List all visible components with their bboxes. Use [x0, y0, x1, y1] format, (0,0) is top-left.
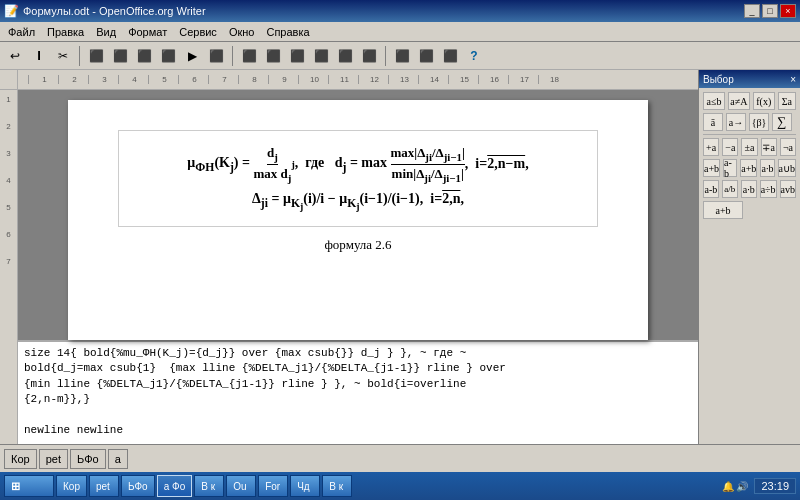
taskbar-vk2[interactable]: В к	[322, 475, 352, 497]
sym-aunionb[interactable]: a∪b	[778, 159, 796, 177]
status-kor: Кор	[4, 449, 37, 469]
panel-row-2: ā a→ {β} ∑	[703, 113, 796, 131]
panel-row-6: a+b	[703, 201, 796, 219]
delta-formula: Δji = μKj(i)/i − μKj(i−1)/(i−1), i=2,n,	[252, 191, 464, 212]
sym-sigma-a[interactable]: Σa	[778, 92, 796, 110]
toolbar-separator-2	[232, 46, 233, 66]
taskbar-ch[interactable]: Чд	[290, 475, 320, 497]
taskbar-pet[interactable]: pet	[89, 475, 119, 497]
close-button[interactable]: ×	[780, 4, 796, 18]
sym-aplusb3[interactable]: a+b	[703, 201, 743, 219]
menu-tools[interactable]: Сервис	[173, 24, 223, 40]
panel-row-5: a-b a/b a·b a÷b avb	[703, 180, 796, 198]
undo-button[interactable]: ↩	[4, 45, 26, 67]
help-button[interactable]: ?	[463, 45, 485, 67]
sym-avb[interactable]: avb	[780, 180, 796, 198]
sym-bracket[interactable]: {β}	[749, 113, 769, 131]
menu-view[interactable]: Вид	[90, 24, 122, 40]
sym-aminusb[interactable]: a-b	[723, 159, 737, 177]
toolbar-separator-1	[79, 46, 80, 66]
statusbar: Кор pet ЬФо а	[0, 444, 800, 472]
start-button[interactable]: ⊞	[4, 475, 54, 497]
window-title: Формулы.odt - OpenOffice.org Writer	[23, 5, 206, 17]
panel-divider-1	[703, 134, 796, 135]
sym-amulb[interactable]: a·b	[741, 180, 757, 198]
menu-help[interactable]: Справка	[260, 24, 315, 40]
panel-right: Выбор × a≤b a≠A f(x) Σa ā a→ {β} ∑	[698, 70, 800, 444]
menu-format[interactable]: Формат	[122, 24, 173, 40]
panel-row-4: a+b a-b a+b a·b a∪b	[703, 159, 796, 177]
menu-edit[interactable]: Правка	[41, 24, 90, 40]
frac-dj: dj max dj	[253, 145, 291, 183]
cut-button[interactable]: ✂	[52, 45, 74, 67]
formula-line-1: μФН(Kj) = dj max dj j , где dj = max max…	[134, 145, 582, 183]
sym-aplusb[interactable]: a+b	[703, 159, 720, 177]
titlebar-title: 📝 Формулы.odt - OpenOffice.org Writer	[4, 4, 206, 18]
taskbar-active[interactable]: а Фо	[157, 475, 193, 497]
menu-file[interactable]: Файл	[2, 24, 41, 40]
sym-adivb[interactable]: a÷b	[760, 180, 777, 198]
left-ruler: 1234567	[0, 70, 18, 444]
sym-aoverb[interactable]: a/b	[722, 180, 738, 198]
tb-btn-6[interactable]: ⬛	[205, 45, 227, 67]
ruler-corner	[0, 70, 17, 90]
maximize-button[interactable]: □	[762, 4, 778, 18]
taskbar-ou[interactable]: Ou	[226, 475, 256, 497]
cursor-button[interactable]: I	[28, 45, 50, 67]
sym-avec[interactable]: a→	[726, 113, 746, 131]
taskbar: ⊞ Кор pet ЬФо а Фо В к Ou For Чд В к 🔔 🔊…	[0, 472, 800, 500]
sym-pm-a[interactable]: ±a	[741, 138, 757, 156]
sym-abar[interactable]: ā	[703, 113, 723, 131]
formula-box: μФН(Kj) = dj max dj j , где dj = max max…	[118, 130, 598, 227]
ruler-marks: 1 2 3 4 5 6 7 8 9 10 11 12 13 14 15 16 1	[28, 75, 698, 84]
frac-numerator: dj	[267, 145, 278, 165]
taskbar-fo[interactable]: ЬФо	[121, 475, 155, 497]
tb-btn-7[interactable]: ⬛	[238, 45, 260, 67]
toolbar: ↩ I ✂ ⬛ ⬛ ⬛ ⬛ ▶ ⬛ ⬛ ⬛ ⬛ ⬛ ⬛ ⬛ ⬛ ⬛ ⬛ ?	[0, 42, 800, 70]
panel-content: a≤b a≠A f(x) Σa ā a→ {β} ∑ +a −a ±a ∓a	[699, 88, 800, 226]
frac-delta-den: min|Δji/Δji−1|	[392, 165, 464, 184]
taskbar-for[interactable]: For	[258, 475, 288, 497]
comma-gde: , где dj = max	[295, 155, 391, 174]
panel-row-3: +a −a ±a ∓a ¬a	[703, 138, 796, 156]
taskbar-vk[interactable]: В к	[194, 475, 224, 497]
tb-btn-8[interactable]: ⬛	[262, 45, 284, 67]
tb-btn-11[interactable]: ⬛	[334, 45, 356, 67]
tb-btn-4[interactable]: ⬛	[157, 45, 179, 67]
system-tray: 🔔 🔊 23:19	[722, 478, 796, 494]
sym-aleqb[interactable]: a≤b	[703, 92, 725, 110]
tb-btn-3[interactable]: ⬛	[133, 45, 155, 67]
tb-btn-2[interactable]: ⬛	[109, 45, 131, 67]
vertical-ruler: 1234567	[0, 90, 17, 444]
sym-fx[interactable]: f(x)	[753, 92, 775, 110]
frac-delta-num: max|Δji/Δji−1|	[391, 145, 465, 165]
menu-window[interactable]: Окно	[223, 24, 261, 40]
taskbar-kor[interactable]: Кор	[56, 475, 87, 497]
sym-aminusb2[interactable]: a-b	[703, 180, 719, 198]
sym-minus-a[interactable]: −a	[722, 138, 738, 156]
status-a: а	[108, 449, 128, 469]
tb-btn-14[interactable]: ⬛	[415, 45, 437, 67]
tb-btn-10[interactable]: ⬛	[310, 45, 332, 67]
app-icon: 📝	[4, 4, 19, 18]
tb-btn-13[interactable]: ⬛	[391, 45, 413, 67]
sym-adotb[interactable]: a·b	[760, 159, 774, 177]
panel-titlebar: Выбор ×	[699, 70, 800, 88]
sym-neg-a[interactable]: ¬a	[780, 138, 796, 156]
status-pet: pet	[39, 449, 68, 469]
tb-btn-1[interactable]: ⬛	[85, 45, 107, 67]
start-icon: ⊞	[11, 480, 20, 493]
tb-btn-9[interactable]: ⬛	[286, 45, 308, 67]
sym-plus-a[interactable]: +a	[703, 138, 719, 156]
panel-close-button[interactable]: ×	[790, 74, 796, 85]
sym-aneqa[interactable]: a≠A	[728, 92, 750, 110]
sym-integral[interactable]: ∑	[772, 113, 792, 131]
tb-btn-15[interactable]: ⬛	[439, 45, 461, 67]
sym-aplusb2[interactable]: a+b	[740, 159, 757, 177]
minimize-button[interactable]: _	[744, 4, 760, 18]
document-page: μФН(Kj) = dj max dj j , где dj = max max…	[68, 100, 648, 340]
tb-btn-12[interactable]: ⬛	[358, 45, 380, 67]
tb-btn-5[interactable]: ▶	[181, 45, 203, 67]
editor-area[interactable]: size 14{ bold{%mu_ФН(K_j)={d_j}} over {m…	[18, 340, 698, 444]
sym-mp-a[interactable]: ∓a	[761, 138, 777, 156]
